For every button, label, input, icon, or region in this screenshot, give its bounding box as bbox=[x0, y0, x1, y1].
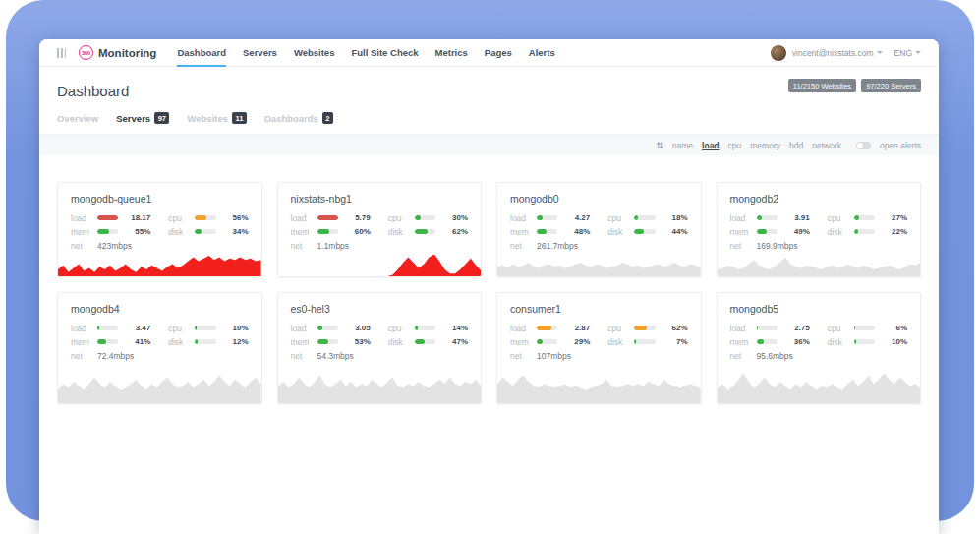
server-card-mongodb5[interactable]: mongodb5 load 2.75 mem 36% net 95.6mbps bbox=[717, 292, 922, 404]
sort-option-memory[interactable]: memory bbox=[750, 141, 780, 150]
mem-bar-fill bbox=[97, 339, 106, 344]
server-name[interactable]: consumer1 bbox=[497, 293, 701, 324]
summary-badge[interactable]: 97/220 Servers bbox=[861, 79, 921, 92]
chevron-down-icon bbox=[877, 51, 883, 54]
mem-bar-fill bbox=[757, 229, 767, 234]
cpu-bar bbox=[854, 215, 875, 220]
sort-option-cpu[interactable]: cpu bbox=[728, 141, 742, 150]
server-card-es0-hel3[interactable]: es0-hel3 load 3.05 mem 53% net 54.3mbps bbox=[277, 292, 483, 404]
mem-bar-fill bbox=[97, 229, 109, 234]
disk-bar-fill bbox=[854, 229, 859, 234]
sort-option-name[interactable]: name bbox=[672, 141, 693, 150]
brand[interactable]: 360 Monitoring bbox=[79, 45, 156, 60]
disk-label: disk bbox=[828, 227, 848, 237]
mem-value: 49% bbox=[783, 227, 810, 236]
cpu-bar-fill bbox=[634, 326, 647, 330]
server-metrics: load 2.75 mem 36% net 95.6mbps cpu bbox=[718, 324, 921, 360]
nav-item-full-site-check[interactable]: Full Site Check bbox=[351, 39, 418, 67]
disk-value: 7% bbox=[662, 337, 688, 346]
server-name[interactable]: mongodb-queue1 bbox=[58, 183, 261, 213]
server-card-mongodb-queue1[interactable]: mongodb-queue1 load 18.17 mem 55% net 42… bbox=[57, 182, 262, 277]
nav-item-servers[interactable]: Servers bbox=[243, 39, 277, 67]
server-metrics: load 3.47 mem 41% net 72.4mbps cpu bbox=[58, 324, 261, 360]
server-name[interactable]: nixstats-nbg1 bbox=[278, 183, 482, 213]
mem-label: mem bbox=[71, 227, 91, 237]
nav-item-metrics[interactable]: Metrics bbox=[435, 39, 468, 67]
load-label: load bbox=[291, 324, 312, 333]
server-name[interactable]: mongodb5 bbox=[718, 293, 921, 324]
load-bar-fill bbox=[317, 215, 338, 220]
mem-value: 55% bbox=[124, 227, 150, 236]
net-label: net bbox=[71, 351, 91, 361]
nav-item-websites[interactable]: Websites bbox=[294, 39, 335, 67]
server-card-mongodb4[interactable]: mongodb4 load 3.47 mem 41% net 72.4mbps bbox=[57, 292, 262, 404]
cpu-bar-fill bbox=[415, 326, 418, 330]
server-name[interactable]: mongodb4 bbox=[58, 293, 261, 324]
language-menu[interactable]: ENG bbox=[894, 48, 921, 58]
server-card-mongodb0[interactable]: mongodb0 load 4.27 mem 48% net 261.7mbps bbox=[496, 182, 702, 277]
server-card-consumer1[interactable]: consumer1 load 2.87 mem 29% net 107mbps bbox=[496, 292, 702, 404]
server-metrics: load 3.05 mem 53% net 54.3mbps cpu bbox=[278, 324, 482, 360]
server-metrics: load 4.27 mem 48% net 261.7mbps cpu bbox=[497, 213, 701, 250]
apps-grid-icon[interactable] bbox=[57, 48, 66, 58]
server-name[interactable]: mongodb2 bbox=[718, 183, 921, 213]
tab-servers[interactable]: Servers97 bbox=[116, 112, 169, 124]
disk-label: disk bbox=[607, 227, 628, 237]
disk-bar bbox=[634, 229, 655, 234]
server-name[interactable]: mongodb0 bbox=[497, 183, 701, 213]
cpu-value: 30% bbox=[441, 213, 468, 222]
cpu-bar bbox=[634, 215, 655, 220]
nav-item-alerts[interactable]: Alerts bbox=[529, 39, 555, 67]
mem-bar bbox=[537, 339, 557, 344]
net-value: 95.6mbps bbox=[757, 351, 793, 361]
cpu-bar-fill bbox=[415, 215, 421, 220]
cpu-value: 6% bbox=[881, 324, 907, 332]
summary-badge[interactable]: 11/2150 Websites bbox=[788, 79, 856, 92]
server-cards: mongodb-queue1 load 18.17 mem 55% net 42… bbox=[39, 155, 939, 404]
cpu-value: 18% bbox=[662, 213, 688, 222]
cpu-bar bbox=[634, 326, 655, 330]
load-label: load bbox=[71, 213, 91, 223]
top-navbar: 360 Monitoring DashboardServersWebsitesF… bbox=[39, 39, 939, 67]
load-bar bbox=[537, 326, 557, 330]
sort-option-hdd[interactable]: hdd bbox=[789, 141, 803, 150]
mem-value: 60% bbox=[344, 227, 371, 236]
mem-bar bbox=[537, 229, 557, 234]
tab-count-badge: 97 bbox=[154, 112, 169, 124]
tab-websites[interactable]: Websites11 bbox=[187, 112, 246, 124]
tab-dashboards[interactable]: Dashboards2 bbox=[264, 112, 333, 124]
nav-item-dashboard[interactable]: Dashboard bbox=[177, 39, 226, 67]
sort-option-network[interactable]: network bbox=[812, 141, 841, 150]
brand-name: Monitoring bbox=[98, 47, 156, 59]
logo-360-icon: 360 bbox=[79, 45, 93, 60]
user-avatar[interactable] bbox=[771, 45, 786, 61]
mem-bar bbox=[97, 339, 118, 344]
server-card-nixstats-nbg1[interactable]: nixstats-nbg1 load 5.79 mem 60% net 1.1m… bbox=[277, 182, 483, 277]
load-value: 3.47 bbox=[124, 324, 150, 332]
mem-value: 48% bbox=[563, 227, 590, 236]
open-alerts-toggle[interactable] bbox=[856, 142, 871, 149]
mem-label: mem bbox=[71, 337, 91, 347]
mem-bar bbox=[317, 339, 338, 344]
tab-label: Websites bbox=[187, 113, 228, 124]
load-label: load bbox=[291, 213, 312, 223]
screenshot-stage: 360 Monitoring DashboardServersWebsitesF… bbox=[0, 0, 980, 534]
disk-label: disk bbox=[168, 227, 189, 237]
load-bar-fill bbox=[757, 215, 763, 220]
cpu-bar-fill bbox=[195, 326, 197, 330]
user-email: vincent@nixstats.com bbox=[792, 48, 874, 58]
cpu-value: 56% bbox=[222, 213, 249, 222]
disk-bar-fill bbox=[195, 339, 198, 344]
net-sparkline-chart bbox=[718, 360, 921, 403]
user-email-menu[interactable]: vincent@nixstats.com bbox=[792, 48, 883, 58]
server-name[interactable]: es0-hel3 bbox=[278, 293, 482, 324]
mem-bar bbox=[757, 339, 778, 344]
open-alerts-label[interactable]: open alerts bbox=[880, 141, 921, 150]
mem-label: mem bbox=[730, 227, 751, 237]
tab-overview[interactable]: Overview bbox=[57, 112, 98, 124]
sort-option-load[interactable]: load bbox=[702, 141, 719, 150]
net-sparkline-chart bbox=[497, 360, 701, 403]
nav-item-pages[interactable]: Pages bbox=[485, 39, 512, 67]
server-card-mongodb2[interactable]: mongodb2 load 3.91 mem 49% net 169.9mbps bbox=[717, 182, 922, 277]
cpu-label: cpu bbox=[828, 324, 848, 333]
